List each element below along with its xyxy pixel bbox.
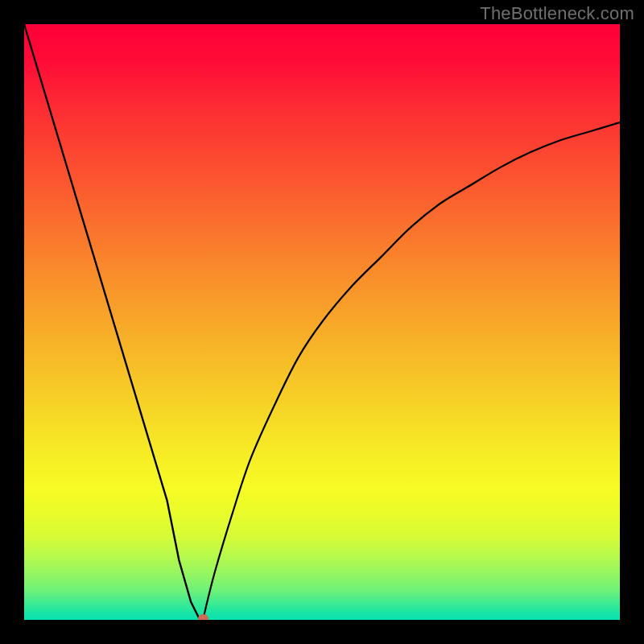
watermark-text: TheBottleneck.com bbox=[480, 3, 634, 24]
minimum-marker-icon bbox=[198, 614, 208, 620]
chart-frame: TheBottleneck.com bbox=[0, 0, 644, 644]
plot-area bbox=[24, 24, 620, 620]
bottleneck-curve bbox=[24, 24, 620, 620]
